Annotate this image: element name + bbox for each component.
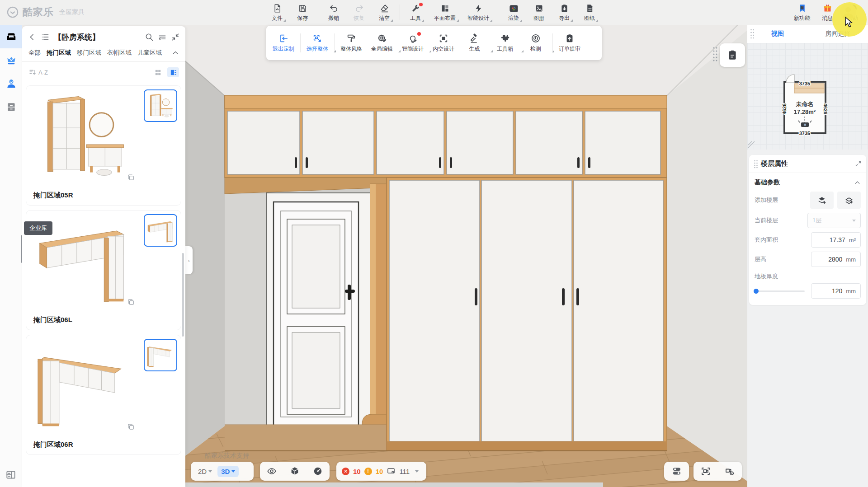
toolbar-图册[interactable]: 图册 — [526, 2, 552, 22]
toggles-button[interactable] — [664, 462, 689, 481]
catalog-scrollbar[interactable] — [182, 253, 184, 337]
toolbar-恢复[interactable]: 恢复 — [346, 2, 372, 22]
clipboard-drag-dots[interactable] — [712, 46, 718, 64]
custom-整体风格[interactable]: 整体风格 — [336, 33, 367, 53]
list-view-button[interactable] — [167, 67, 179, 77]
custom-工具箱[interactable]: 工具箱 — [490, 33, 520, 53]
clipboard-icon — [726, 49, 738, 61]
dropdown-corner-icon — [457, 19, 459, 22]
custom-全局编辑[interactable]: 全局编辑 — [367, 33, 397, 53]
product-thumbnail[interactable] — [144, 89, 177, 122]
right-tab-视图[interactable]: 视图 — [747, 30, 808, 38]
drag-dots-icon[interactable] — [750, 28, 755, 41]
issue-counters[interactable]: ✕ 10 ! 10 111 — [336, 462, 426, 481]
add-floor-above-button[interactable] — [810, 192, 834, 209]
top-toolbar: 文件保存撤销恢复清空工具平面布置智能设计渲染图册导出图纸 — [264, 2, 602, 22]
sidebar-item-public-library[interactable] — [0, 25, 22, 48]
toolbar-智能设计[interactable]: 智能设计 — [462, 2, 495, 22]
product-thumbnail[interactable] — [144, 214, 177, 247]
add-floor-below-button[interactable] — [837, 192, 861, 209]
sidebar-bottom-panel-button[interactable] — [5, 469, 17, 481]
current-floor-label: 当前楼层 — [755, 216, 807, 225]
catalog-tab-儿童区域[interactable]: 儿童区域 — [137, 49, 162, 57]
toolbar-导出[interactable]: 导出 — [552, 2, 577, 22]
product-card[interactable]: 掩门区域05R — [26, 85, 181, 206]
product-image — [146, 92, 175, 119]
panel-collapse-handle[interactable]: ‹ — [185, 246, 193, 274]
app-header: 酷家乐 全屋家具 文件保存撤销恢复清空工具平面布置智能设计渲染图册导出图纸 N新… — [0, 0, 868, 25]
display-options-bar — [260, 462, 330, 481]
toolbar-渲染[interactable]: 渲染 — [501, 2, 526, 22]
sidebar-item-hardware-library[interactable] — [0, 95, 22, 119]
camera-settings-icon[interactable] — [724, 466, 735, 477]
toolbox-icon — [500, 33, 510, 43]
sidebar-item-enterprise-library[interactable] — [0, 48, 22, 72]
toolbar-平面布置[interactable]: 平面布置 — [428, 2, 462, 22]
duplicate-icon[interactable] — [127, 423, 135, 431]
custom-智能设计[interactable]: 智能设计 — [397, 33, 428, 53]
drag-dots-icon[interactable] — [754, 159, 758, 169]
product-image — [34, 90, 132, 183]
custom-内空设计[interactable]: 内空设计 — [428, 33, 459, 53]
duplicate-icon[interactable] — [127, 173, 135, 181]
expand-icon[interactable] — [855, 160, 862, 167]
toolbar-撤销[interactable]: 撤销 — [321, 2, 346, 22]
order-clipboard-button[interactable] — [720, 43, 745, 67]
custom-生成[interactable]: 生成 — [459, 33, 490, 53]
floor-height-value: 2800 — [828, 256, 842, 263]
custom-订单提审[interactable]: 订单提审 — [554, 33, 585, 53]
mode-2d-button[interactable]: 2D — [194, 466, 216, 477]
minimap-door-swing — [786, 75, 794, 83]
product-thumbnail[interactable] — [144, 339, 177, 371]
current-floor-select[interactable]: 1层 — [807, 213, 861, 228]
export-icon — [560, 4, 569, 13]
floor-thickness-slider[interactable] — [755, 290, 805, 292]
collapse-panel-icon[interactable] — [171, 33, 180, 42]
render-camera-icon — [509, 4, 519, 13]
floor-thickness-input[interactable]: 120 mm — [811, 283, 861, 299]
chevron-up-icon[interactable] — [854, 179, 861, 186]
toolbar-清空[interactable]: 清空 — [372, 2, 397, 22]
toolbar-label: 渲染 — [508, 14, 519, 22]
gauge-icon[interactable] — [313, 466, 323, 476]
entry-door[interactable] — [266, 193, 370, 431]
catalog-tab-移门区域[interactable]: 移门区域 — [77, 49, 101, 57]
product-name: 掩门区域05R — [33, 191, 73, 200]
grid-view-button[interactable] — [152, 67, 164, 77]
sidebar-item-my-library[interactable] — [0, 72, 22, 95]
custom-检测[interactable]: 检测 — [520, 33, 551, 53]
eye-icon[interactable] — [267, 466, 277, 476]
tabs-collapse-chevron-icon[interactable] — [172, 49, 179, 56]
sort-icon[interactable] — [28, 68, 37, 76]
floor-height-input[interactable]: 2800 mm — [811, 252, 861, 267]
catalog-tab-掩门区域[interactable]: 掩门区域 — [47, 49, 71, 57]
toolbar-图纸[interactable]: 图纸 — [577, 2, 602, 22]
back-chevron-icon[interactable] — [28, 33, 37, 42]
toolbar-label: 平面布置 — [434, 14, 456, 22]
toolbar-保存[interactable]: 保存 — [290, 2, 315, 22]
slider-knob[interactable] — [754, 289, 759, 294]
toolbar-工具[interactable]: 工具 — [403, 2, 428, 22]
floorplan-minimap[interactable]: 3735 3735 4626 4626 未命名 17.28m² — [747, 43, 868, 150]
toolbar-文件[interactable]: 文件 — [264, 2, 290, 22]
interior-area-input[interactable]: 17.37 m² — [811, 232, 861, 248]
product-card[interactable]: 掩门区域06R — [26, 335, 181, 455]
camera-frame-icon[interactable] — [700, 466, 711, 477]
custom-选择整体[interactable]: 选择整体 — [302, 33, 333, 53]
catalog-tab-衣帽区域[interactable]: 衣帽区域 — [107, 49, 132, 57]
cube-icon[interactable] — [290, 466, 300, 476]
product-list: 掩门区域05R 掩门区域06L — [22, 85, 185, 455]
category-list-icon[interactable] — [41, 33, 50, 42]
topright-新功能[interactable]: N新功能 — [789, 2, 815, 22]
toolbar-label: 选择整体 — [307, 45, 328, 53]
custom-退出定制[interactable]: 退出定制 — [268, 33, 299, 53]
duplicate-icon[interactable] — [127, 298, 135, 306]
catalog-tab-全部[interactable]: 全部 — [28, 49, 41, 57]
sort-label[interactable]: A-Z — [38, 69, 48, 76]
wardrobe[interactable] — [225, 95, 667, 451]
resize-handle[interactable] — [748, 141, 755, 148]
filter-icon[interactable] — [158, 33, 167, 42]
search-icon[interactable] — [145, 33, 154, 42]
mode-3d-button[interactable]: 3D — [217, 466, 239, 477]
crown-icon — [5, 54, 17, 66]
